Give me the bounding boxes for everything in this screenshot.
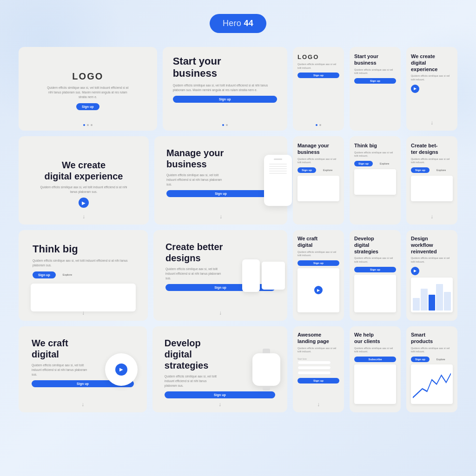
form-field[interactable] (298, 371, 331, 375)
subscribe-button[interactable]: Subscribe (354, 357, 396, 362)
card-desc: Quidem efficiis similique aax si, vel to… (46, 86, 130, 99)
dots (316, 124, 321, 126)
bar (436, 284, 443, 311)
signup-button[interactable]: Sign up (298, 167, 316, 173)
device-placeholder (298, 176, 339, 201)
arrow-down: ↓ (219, 310, 222, 316)
line-chart (413, 366, 451, 402)
badge-text: Hero (223, 19, 241, 28)
screen-line (269, 164, 287, 165)
bar (444, 292, 451, 311)
card-title: Manage yourbusiness (298, 143, 339, 156)
screen-line (269, 171, 287, 172)
card-digital-exp-lg: We createdigital experience Quidem effic… (19, 136, 149, 225)
signup-button[interactable]: Sign up (165, 391, 275, 398)
play-button[interactable]: ▶ (314, 286, 323, 294)
phone-mockup-container (264, 136, 292, 225)
button-row: Sign up Explore (411, 357, 453, 362)
card-desc: Quidem efficiis similique aax si vel tol… (298, 158, 339, 165)
card-landing-page-sm: Awesomelanding page Quidem efficiis simi… (293, 326, 344, 412)
badge-number: 44 (244, 19, 253, 28)
card-start-business-sm: Start yourbusiness Quidem efficiis simil… (350, 47, 401, 131)
signup-button[interactable]: Sign up (354, 78, 396, 84)
dot (83, 124, 85, 126)
signup-button[interactable]: Sign up (354, 161, 373, 166)
card-desc: Quidem efficiis similique aax si vel tol… (354, 347, 396, 354)
row-4: We craftdigital Quidem efficiis similiqu… (19, 326, 457, 412)
dot (226, 124, 228, 126)
signup-button[interactable]: Sign up (411, 167, 430, 173)
dots (83, 124, 93, 126)
card-craft-digital-lg: We craftdigital Quidem efficiis similiqu… (19, 326, 147, 412)
card-title: Awesomelanding page (298, 332, 339, 345)
row-1: LOGO Quidem efficiis similique aax si, v… (19, 47, 457, 131)
card-title: We craftdigital (298, 236, 339, 249)
signup-button[interactable]: Sign up (33, 271, 56, 278)
explore-button[interactable]: Explore (59, 272, 76, 278)
card-title: Start yourbusiness (354, 53, 396, 66)
card-desc: Quidem efficiis similique aax si vel tol… (354, 257, 396, 264)
explore-button[interactable]: Explore (432, 167, 450, 173)
device-placeholder: ▶ (298, 268, 339, 312)
field-label: Start here (298, 358, 339, 360)
signup-button[interactable]: Sign up (354, 267, 396, 272)
signup-button[interactable]: Sign up (76, 103, 99, 110)
arrow-down: ↓ (82, 310, 85, 316)
card-desc: Quidem efficiis similique aax si vel tol… (298, 251, 339, 258)
phone-notch (274, 159, 282, 160)
arrow-down: ↓ (81, 401, 84, 408)
signup-button[interactable]: Sign up (298, 260, 339, 266)
card-desc: Quidem efficiis similique aax si, vel to… (37, 185, 130, 194)
dot (222, 124, 224, 126)
card-desc: Quidem efficiis similique aax si vel tol… (298, 63, 339, 70)
signup-button[interactable]: Sign up (298, 73, 339, 78)
signup-button[interactable]: Sign up (411, 357, 430, 362)
button-row: Sign up Explore (298, 167, 339, 173)
play-button[interactable]: ▶ (411, 267, 419, 275)
device-placeholder (354, 169, 396, 195)
card-manage-business-phone: Manage yourbusiness Quidem efficiis simi… (154, 136, 287, 225)
card-title: Start yourbusiness (173, 55, 277, 80)
card-desc: Quidem efficiis similique aax si vel tol… (298, 347, 339, 354)
chart-bars (411, 278, 453, 312)
dot (87, 124, 89, 126)
card-title: We createdigital experience (45, 159, 123, 182)
watch-band-top (263, 349, 270, 353)
hero-badge: Hero 44 (210, 14, 266, 33)
form-field[interactable] (298, 366, 331, 370)
arrow-down: ↓ (82, 213, 85, 220)
explore-button[interactable]: Explore (432, 357, 450, 362)
card-logo-sm: LOGO Quidem efficiis similique aax si ve… (293, 47, 344, 131)
watch-container (252, 353, 280, 386)
explore-button[interactable]: Explore (376, 161, 393, 166)
card-think-big-lg: Think big Quidem efficiis similique aax … (19, 230, 148, 321)
device-placeholder (354, 275, 396, 312)
play-button[interactable]: ▶ (411, 85, 419, 93)
bar (413, 298, 420, 311)
chart-container (411, 364, 453, 404)
device-placeholder (411, 176, 453, 201)
content-placeholder (31, 284, 136, 311)
card-desc: Quidem efficiis similique aax si vel tol… (411, 74, 453, 81)
card-title: Designworkflowreinvented (411, 236, 453, 255)
card-workflow-sm: Designworkflowreinvented Quidem efficiis… (406, 230, 457, 321)
circle-device: ▶ (105, 353, 138, 386)
phone-shape (264, 155, 292, 206)
signup-button[interactable]: Sign up (298, 378, 339, 383)
card-title: Create betterdesigns (165, 241, 226, 264)
phone-device (242, 259, 260, 292)
play-button[interactable]: ▶ (79, 198, 89, 208)
signup-button[interactable]: Sign up (173, 96, 277, 103)
explore-button[interactable]: Explore (319, 167, 337, 173)
card-title: Manage yourbusiness (166, 147, 226, 170)
card-desc: Quidem efficiis similique aax si, vel to… (165, 267, 226, 280)
card-desc: Quidem efficiis similique aax si, vel to… (173, 83, 277, 93)
row-3: Think big Quidem efficiis similique aax … (19, 230, 457, 321)
signup-button[interactable]: Sign up (166, 190, 275, 197)
screen-line (269, 168, 287, 169)
form-field[interactable] (298, 361, 331, 364)
card-desc: Quidem efficiis similique aax si vel tol… (354, 68, 396, 75)
dot (319, 124, 321, 126)
card-title: Develop digitalstrategies (165, 337, 220, 371)
play-button[interactable]: ▶ (115, 364, 127, 376)
